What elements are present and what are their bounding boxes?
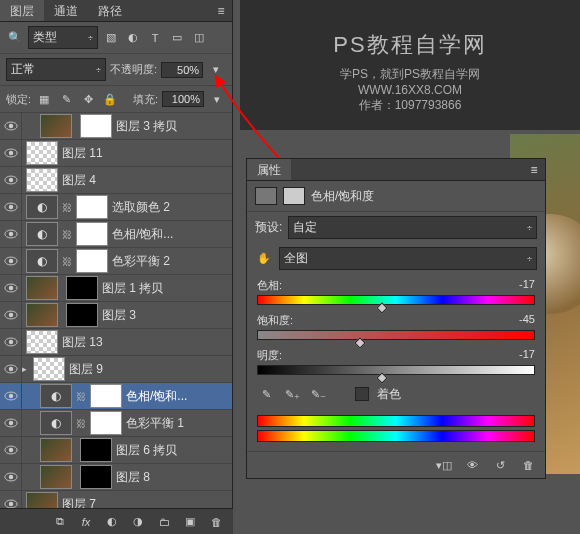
eyedropper-plus-icon[interactable]: ✎₊ [283,385,301,403]
eyedropper-minus-icon[interactable]: ✎₋ [309,385,327,403]
fill-chevron-icon[interactable]: ▾ [208,90,226,108]
layer-row[interactable]: ◐⛓选取颜色 2 [0,194,232,221]
visibility-eye-icon[interactable] [0,410,22,437]
visibility-eye-icon[interactable] [0,302,22,329]
layer-name[interactable]: 图层 9 [69,361,226,378]
layer-name[interactable]: 图层 6 拷贝 [116,442,226,459]
layer-name[interactable]: 色相/饱和... [126,388,226,405]
layer-name[interactable]: 图层 13 [62,334,226,351]
layer-row[interactable]: 图层 13 [0,329,232,356]
layer-name[interactable]: 色相/饱和... [112,226,226,243]
layer-mask-thumbnail[interactable] [76,195,108,219]
lightness-value[interactable]: -17 [495,348,535,363]
props-menu-icon[interactable]: ≡ [523,159,545,180]
layer-mask-thumbnail[interactable] [80,438,112,462]
hand-icon[interactable]: ✋ [255,250,273,268]
link-layers-icon[interactable]: ⧉ [51,513,69,531]
preset-select[interactable]: 自定÷ [288,216,537,239]
saturation-value[interactable]: -45 [495,313,535,328]
visibility-eye-icon[interactable] [0,194,22,221]
layer-name[interactable]: 图层 8 [116,469,226,486]
layer-row[interactable]: 图层 1 拷贝 [0,275,232,302]
filter-pixel-icon[interactable]: ▧ [102,29,120,47]
tab-layers[interactable]: 图层 [0,0,44,21]
layer-thumbnail[interactable] [40,438,72,462]
layer-row[interactable]: ◐⛓色彩平衡 1 [0,410,232,437]
opacity-chevron-icon[interactable]: ▾ [207,61,225,79]
lock-paint-icon[interactable]: ✎ [57,90,75,108]
new-layer-icon[interactable]: ▣ [181,513,199,531]
layer-name[interactable]: 图层 3 [102,307,226,324]
layer-row[interactable]: 图层 8 [0,464,232,491]
layer-thumbnail[interactable] [40,114,72,138]
layer-thumbnail[interactable] [33,357,65,381]
hue-value[interactable]: -17 [495,278,535,293]
layer-thumbnail[interactable] [26,303,58,327]
layer-thumbnail[interactable] [26,276,58,300]
layer-name[interactable]: 图层 11 [62,145,226,162]
layer-list[interactable]: 图层 3 拷贝图层 11图层 4◐⛓选取颜色 2◐⛓色相/饱和...◐⛓色彩平衡… [0,113,232,533]
layer-mask-thumbnail[interactable] [90,384,122,408]
view-previous-icon[interactable]: 👁 [463,456,481,474]
layer-thumbnail[interactable] [26,330,58,354]
filter-type-icon[interactable]: T [146,29,164,47]
layer-mask-thumbnail[interactable] [90,411,122,435]
clip-icon[interactable]: ▾◫ [435,456,453,474]
layer-row[interactable]: ◐⛓色彩平衡 2 [0,248,232,275]
tab-paths[interactable]: 路径 [88,0,132,21]
opacity-input[interactable]: 50% [161,62,203,78]
layer-row[interactable]: 图层 6 拷贝 [0,437,232,464]
adjustment-icon[interactable]: ◑ [129,513,147,531]
layer-name[interactable]: 色彩平衡 1 [126,415,226,432]
layer-row[interactable]: ◐⛓色相/饱和... [0,221,232,248]
hue-slider[interactable] [257,295,535,305]
layer-name[interactable]: 色彩平衡 2 [112,253,226,270]
lock-trans-icon[interactable]: ▦ [35,90,53,108]
layer-row[interactable]: ▸图层 9 [0,356,232,383]
visibility-eye-icon[interactable] [0,221,22,248]
layer-thumbnail[interactable]: ◐ [26,195,58,219]
visibility-eye-icon[interactable] [0,248,22,275]
layer-mask-thumbnail[interactable] [80,465,112,489]
layer-name[interactable]: 图层 4 [62,172,226,189]
lock-all-icon[interactable]: 🔒 [101,90,119,108]
colorize-checkbox[interactable] [355,387,369,401]
visibility-eye-icon[interactable] [0,356,22,383]
layer-row[interactable]: 图层 3 [0,302,232,329]
layer-mask-thumbnail[interactable] [76,249,108,273]
panel-menu-icon[interactable]: ≡ [210,0,232,21]
adjustment-type-icon[interactable] [255,187,277,205]
saturation-slider[interactable] [257,330,535,340]
fx-icon[interactable]: fx [77,513,95,531]
layer-thumbnail[interactable]: ◐ [40,411,72,435]
filter-smart-icon[interactable]: ◫ [190,29,208,47]
filter-shape-icon[interactable]: ▭ [168,29,186,47]
eyedropper-icon[interactable]: ✎ [257,385,275,403]
layer-mask-thumbnail[interactable] [66,276,98,300]
layer-thumbnail[interactable] [40,465,72,489]
visibility-eye-icon[interactable] [0,167,22,194]
lightness-slider[interactable] [257,365,535,375]
layer-thumbnail[interactable]: ◐ [26,249,58,273]
tab-channels[interactable]: 通道 [44,0,88,21]
delete-adjustment-icon[interactable]: 🗑 [519,456,537,474]
mask-type-icon[interactable] [283,187,305,205]
visibility-eye-icon[interactable] [0,329,22,356]
lock-move-icon[interactable]: ✥ [79,90,97,108]
layer-row[interactable]: 图层 3 拷贝 [0,113,232,140]
visibility-eye-icon[interactable] [0,383,22,410]
layer-name[interactable]: 选取颜色 2 [112,199,226,216]
layer-thumbnail[interactable] [26,141,58,165]
layer-mask-thumbnail[interactable] [66,303,98,327]
layer-name[interactable]: 图层 1 拷贝 [102,280,226,297]
layer-thumbnail[interactable]: ◐ [40,384,72,408]
visibility-eye-icon[interactable] [0,464,22,491]
layer-mask-thumbnail[interactable] [80,114,112,138]
visibility-eye-icon[interactable] [0,275,22,302]
visibility-eye-icon[interactable] [0,437,22,464]
filter-adjust-icon[interactable]: ◐ [124,29,142,47]
layer-mask-thumbnail[interactable] [76,222,108,246]
layer-row[interactable]: 图层 11 [0,140,232,167]
filter-kind-select[interactable]: 类型÷ [28,26,98,49]
props-tab[interactable]: 属性 [247,159,291,180]
